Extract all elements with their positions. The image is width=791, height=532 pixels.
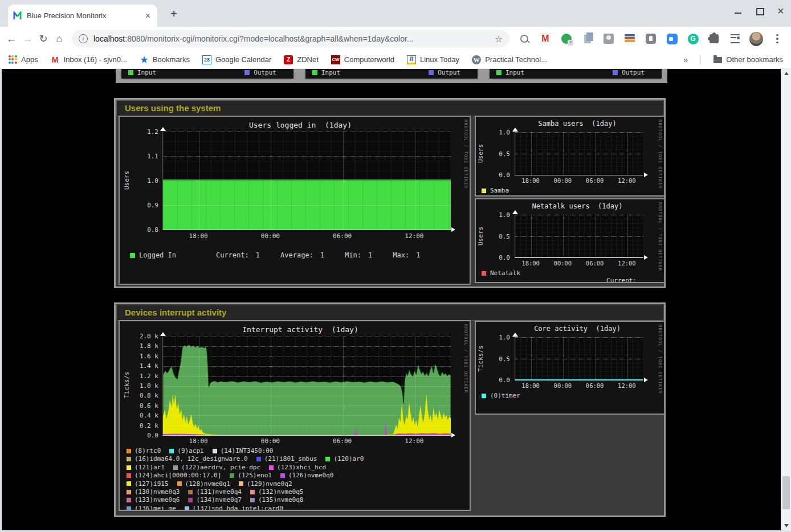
bookmark-linux-today[interactable]: lt Linux Today (407, 55, 459, 64)
core-activity-graph[interactable]: Core activity (1day) RRDTOOL / TOBI OETI… (475, 321, 665, 415)
playlist-extension-icon[interactable] (728, 32, 742, 46)
legend-swatch (127, 506, 131, 511)
gridline-v (596, 215, 596, 257)
interrupt-legend-item: (121)ar1 (127, 464, 165, 472)
gridline-h (163, 415, 451, 416)
gridline-h (163, 337, 451, 337)
x-tick-labels: 18:00 00:00 06:00 12:00 (515, 177, 643, 184)
graph-title: Netatalk users (1day) (499, 202, 656, 210)
window-close-button[interactable]: × (777, 7, 785, 15)
extensions-puzzle-icon[interactable] (707, 32, 721, 46)
scroll-down-arrow[interactable] (781, 521, 791, 530)
phone-extension-icon[interactable] (560, 32, 573, 46)
forward-button[interactable]: → (19, 31, 35, 47)
bookmark-star-icon[interactable]: ☆ (495, 34, 503, 44)
site-info-icon[interactable]: i (79, 34, 88, 43)
rrdtool-watermark: RRDTOOL / TOBI OETIKER (658, 202, 663, 271)
other-bookmarks[interactable]: Other bookmarks (713, 55, 783, 64)
url-host: localhost (93, 34, 125, 43)
grammarly-extension-icon[interactable]: G (686, 32, 700, 46)
calendar-icon: 28 (202, 55, 211, 64)
x-tick-labels: 18:00 00:00 06:00 12:00 (515, 382, 643, 389)
bookmark-bookmarks[interactable]: ★ Bookmarks (140, 55, 190, 64)
browser-tab[interactable]: Blue Precision Monitorix × (8, 5, 157, 27)
reload-button[interactable]: ↻ (35, 31, 51, 47)
gmail-extension-icon[interactable]: M (539, 32, 552, 46)
person-extension-icon[interactable] (602, 32, 615, 46)
legend-swatch (325, 457, 330, 461)
copy-pages-extension-icon[interactable] (581, 32, 594, 46)
tab-strip: Blue Precision Monitorix × + × (0, 0, 791, 27)
interrupt-legend-item: (14)INT3450:00 (213, 447, 274, 455)
legend-label: (9)acpi (177, 447, 203, 455)
users-logged-in-graph[interactable]: Users logged in (1day) RRDTOOL / TOBI OE… (119, 116, 471, 285)
address-bar[interactable]: i localhost:8080/monitorix-cgi/monitorix… (72, 30, 509, 47)
bookmark-computerworld[interactable]: CW Computerworld (331, 55, 394, 64)
network-graph-panel[interactable]: Input Output (304, 69, 479, 80)
bookmark-practical-technology[interactable]: W Practical Technol... (472, 55, 547, 64)
network-graph-panel[interactable]: Input Output (120, 69, 295, 80)
legend-swatch (239, 481, 243, 486)
interrupt-legend-item: (16)idma64.0, i2c_designware.0 (127, 455, 248, 463)
back-button[interactable]: ← (3, 31, 19, 47)
section-users-header: Users using the system (116, 100, 663, 116)
rrdtool-watermark: RRDTOOL / TOBI OETIKER (463, 324, 468, 393)
legend-label: (14)INT3450:00 (221, 447, 274, 455)
bookmark-inbox[interactable]: M Inbox (16) - sjvn0... (51, 55, 127, 64)
gridline-h (163, 230, 451, 230)
zoom-camera-extension-icon[interactable] (665, 32, 679, 46)
rrdtool-watermark: RRDTOOL / TOBI OETIKER (658, 120, 663, 189)
gridline-v (271, 132, 271, 230)
gridline-h (163, 396, 451, 396)
legend-label: (121)ar1 (134, 464, 165, 472)
graph-legend: Logged In Current: 1 Average: 1 Min: 1 M… (130, 251, 420, 259)
interrupt-legend-row: (121)ar1(122)aerdrv, pcie-dpc(123)xhci_h… (127, 464, 465, 472)
search-extension-icon[interactable] (517, 32, 531, 46)
network-graph-panel[interactable]: Input Output (488, 69, 663, 80)
gridline-h (163, 425, 451, 426)
home-button[interactable]: ⌂ (51, 31, 67, 47)
stat-max: 1 (416, 251, 420, 259)
gridline-h (515, 215, 643, 215)
page-scrollbar[interactable] (781, 69, 791, 530)
new-tab-button[interactable]: + (166, 7, 181, 22)
interrupt-legend-item: (9)acpi (169, 447, 203, 455)
lamp-extension-icon[interactable] (644, 32, 658, 46)
legend-label: (16)idma64.0, i2c_designware.0 (134, 455, 248, 463)
chrome-menu-icon[interactable] (770, 32, 784, 46)
gridline-v (415, 132, 415, 230)
gridline-v (343, 132, 344, 230)
bookmarks-overflow-chevron[interactable]: » (683, 55, 688, 64)
monitorix-favicon (13, 11, 22, 20)
gridline-h (163, 132, 451, 132)
profile-avatar[interactable] (749, 32, 763, 46)
interrupt-legend-row: (8)rtc0(9)acpi(14)INT3450:00 (127, 447, 465, 455)
gridline-v (563, 132, 564, 175)
stat-min: 1 (368, 251, 372, 259)
gmail-icon: M (51, 55, 60, 64)
books-extension-icon[interactable] (623, 32, 637, 46)
gridline-v (199, 337, 199, 435)
maximize-button[interactable] (756, 7, 764, 15)
y-axis-label: Users (123, 169, 131, 192)
legend-swatch (250, 490, 255, 494)
gridline-v (271, 337, 271, 435)
url-path: :8080/monitorix-cgi/monitorix.cgi?mode=l… (125, 34, 413, 43)
minimize-button[interactable] (734, 7, 742, 15)
bookmark-zdnet[interactable]: Z ZDNet (284, 55, 319, 64)
netatalk-users-graph[interactable]: Netatalk users (1day) RRDTOOL / TOBI OET… (475, 198, 665, 283)
scrollbar-thumb[interactable] (782, 476, 790, 509)
gridline-h (163, 366, 451, 367)
apps-shortcut[interactable]: Apps (8, 55, 38, 64)
legend-swatch (256, 457, 261, 461)
logged-in-area-fill (163, 179, 451, 230)
legend-swatch (127, 498, 131, 502)
wordpress-icon: W (472, 55, 481, 64)
bookmark-google-calendar[interactable]: 28 Google Calendar (202, 55, 271, 64)
scroll-up-arrow[interactable] (781, 69, 791, 78)
interrupt-legend-row: (124)ahci[0000:00:17.0](125)eno1(126)nvm… (127, 472, 465, 480)
samba-users-graph[interactable]: Samba users (1day) RRDTOOL / TOBI OETIKE… (475, 116, 665, 197)
interrupt-activity-graph[interactable]: Interrupt activity (1day) RRDTOOL / TOBI… (119, 320, 471, 511)
gridline-v (627, 215, 628, 257)
tab-close-icon[interactable]: × (143, 11, 153, 21)
